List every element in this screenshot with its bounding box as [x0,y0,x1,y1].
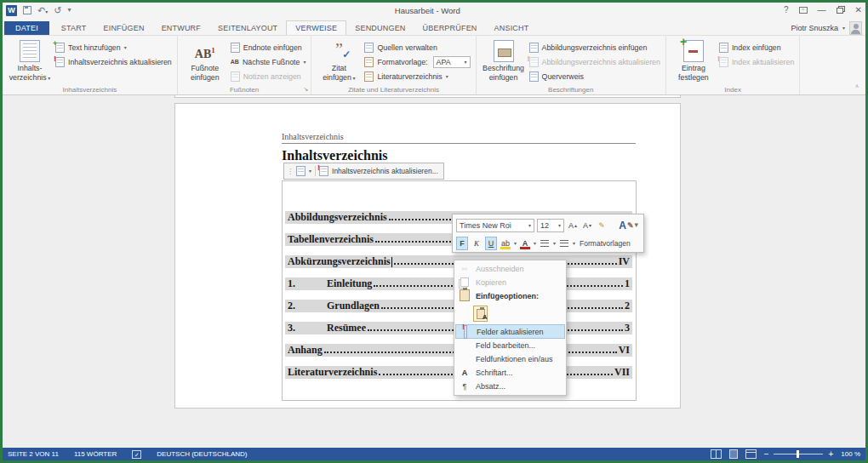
language-indicator[interactable]: DEUTSCH (DEUTSCHLAND) [157,450,247,458]
big-button-eintragfestlegen[interactable]: Eintragfestlegen [671,39,716,83]
paragraph-icon: ¶ [458,382,471,391]
zoom-slider-thumb[interactable] [797,450,799,458]
button-label: Nächste Fußnote [243,58,300,66]
save-icon[interactable] [23,6,31,14]
collapse-ribbon-icon[interactable]: ＾ [854,83,860,92]
grow-font-button[interactable]: A▴ [567,219,579,232]
document-area[interactable]: Inhaltsverzeichnis Inhaltsverzeichnis ⋮ … [3,95,865,448]
bold-button[interactable]: F [456,237,468,250]
button-literaturverzeichnis[interactable]: Literaturverzeichnis▾ [364,69,470,83]
read-mode-icon[interactable] [711,449,722,459]
page-indicator[interactable]: SEITE 2 VON 11 [8,450,59,458]
insert-footnote-big-icon: AB1 [195,40,215,62]
button-endnote-einf-gen[interactable]: Endnote einfügen [231,40,306,54]
button-label: Notizen anzeigen [243,72,301,81]
menu-item-kopieren[interactable]: Kopieren [455,276,565,289]
zoom-slider[interactable] [774,454,823,454]
update-toc-icon[interactable] [319,166,328,176]
minimize-icon[interactable]: — [818,6,826,14]
tab-ansicht[interactable]: ANSICHT [486,21,538,35]
ribbon-group-zitate-und-literaturverzeichnis: ”Zitateinfügen ▾Quellen verwaltenFormatv… [311,36,476,94]
button-index-aktualisieren: Index aktualisieren [719,54,794,69]
button-label: Text hinzufügen [68,43,121,52]
toc-entry-label: Grundlagen [327,300,380,312]
tab-sendungen[interactable]: SENDUNGEN [346,21,414,35]
italic-button[interactable]: K [471,237,483,250]
dialog-launcher-icon[interactable]: ↘ [304,86,309,93]
update-toc-label[interactable]: Inhaltsverzeichnis aktualisieren... [332,167,438,175]
tab-seitenlayout[interactable]: SEITENLAYOUT [209,21,286,35]
tab-start[interactable]: START [53,21,95,35]
tab-datei[interactable]: DATEI [4,21,49,35]
styles-label[interactable]: Formatvorlagen [580,239,631,248]
menu-item-felder-aktualisieren[interactable]: Felder aktualisieren [455,324,565,339]
format-painter-icon[interactable]: ✎ [596,219,608,232]
drag-handle-icon[interactable]: ⋮ [287,168,293,175]
button-n-chste-fu-note[interactable]: ABNächste Fußnote▾ [231,54,306,69]
big-button-fu-noteeinf-gen[interactable]: AB1Fußnoteeinfügen [183,39,227,83]
bullet-list-chevron-icon[interactable]: ▾ [553,241,556,246]
account-area[interactable]: Piotr Snuszka ▾ [791,21,864,35]
toc-menu-icon[interactable] [296,166,306,176]
toc-entry-label: Abkürzungsverzeichnis [288,255,391,268]
zoom-out-icon[interactable]: − [764,450,769,459]
tab-einf-gen[interactable]: EINFÜGEN [95,21,153,35]
restore-icon[interactable] [837,8,843,14]
numbered-list-chevron-icon[interactable]: ▾ [573,241,575,246]
menu-item-schriftart[interactable]: ASchriftart... [455,366,565,380]
insert-endnote-icon [231,43,240,53]
proofing-status-icon[interactable]: ✓ [132,450,141,459]
menu-item-label: Kopieren [476,278,506,287]
dropdown-icon: ▾ [446,74,448,79]
menu-item-feldfunktionen-ein-aus[interactable]: Feldfunktionen ein/aus [455,352,565,366]
font-size-select[interactable]: 12▾ [537,219,564,232]
button-abbildungsverzeichnis-einf-gen[interactable]: Abbildungsverzeichnis einfügen [529,40,660,54]
zoom-in-icon[interactable]: + [828,450,833,459]
insert-index-icon [719,43,728,53]
paste-keep-text-only-icon[interactable] [473,306,488,322]
font-color-button[interactable]: A [519,237,531,250]
word-count[interactable]: 115 WÖRTER [74,450,117,458]
styles-gallery-icon[interactable]: A✎▾ [617,219,640,232]
button-querverweis[interactable]: Querverweis [529,69,660,83]
menu-item-feld-bearbeiten[interactable]: Feld bearbeiten... [455,339,565,352]
ribbon-display-options-icon[interactable]: ^ [799,7,808,14]
toc-menu-chevron-icon[interactable]: ▾ [309,169,311,174]
print-layout-icon[interactable] [729,449,738,459]
document-page[interactable]: Inhaltsverzeichnis Inhaltsverzeichnis ⋮ … [174,103,681,409]
button-formatvorlage[interactable]: Formatvorlage:APA▾ [364,54,470,69]
big-button-zitateinf-gen[interactable]: ”Zitateinfügen ▾ [317,39,361,83]
combo-formatvorlage[interactable]: APA▾ [433,56,471,68]
zoom-level[interactable]: 100 % [841,450,860,458]
web-layout-icon[interactable] [745,449,757,459]
numbered-list-button[interactable] [558,237,570,250]
highlight-color-button[interactable]: ab [500,237,511,250]
tab-verweise[interactable]: VERWEISE [286,20,346,35]
underline-button[interactable]: U [485,237,497,250]
button-text-hinzuf-gen[interactable]: Text hinzufügen▾ [55,40,172,54]
font-color-chevron-icon[interactable]: ▾ [534,241,536,246]
menu-item-label: Ausschneiden [476,265,524,273]
button-index-einf-gen[interactable]: Index einfügen [719,40,794,54]
avatar [849,21,862,35]
big-button-beschriftungeinf-gen[interactable]: Beschriftungeinfügen [482,39,526,83]
toc-entry-page: 1 [625,277,630,290]
button-label: Formatvorlage: [377,58,427,66]
tab-entwurf[interactable]: ENTWURF [153,21,209,35]
menu-item-paste-keep-text[interactable] [455,303,565,324]
undo-icon[interactable]: ↶▾ [37,6,48,15]
close-icon[interactable]: ✕ [855,6,862,14]
button-inhaltsverzeichnis-aktualisieren[interactable]: Inhaltsverzeichnis aktualisieren [55,54,172,69]
menu-item-absatz[interactable]: ¶Absatz... [455,380,565,393]
highlight-color-chevron-icon[interactable]: ▾ [514,241,517,246]
font-name-select[interactable]: Times New Roi▾ [456,219,534,232]
redo-icon[interactable]: ↺ [54,6,61,15]
help-icon[interactable]: ? [784,6,789,14]
button-quellen-verwalten[interactable]: Quellen verwalten [364,40,470,54]
menu-item-ausschneiden[interactable]: ✂Ausschneiden [455,262,565,276]
tab-berpr-fen[interactable]: ÜBERPRÜFEN [414,21,486,35]
big-button-inhalts-verzeichnis[interactable]: Inhalts-verzeichnis ▾ [8,39,52,83]
bullet-list-button[interactable] [539,237,551,250]
menu-item-label: Einfügeoptionen: [476,292,539,300]
shrink-font-button[interactable]: A▾ [581,219,593,232]
